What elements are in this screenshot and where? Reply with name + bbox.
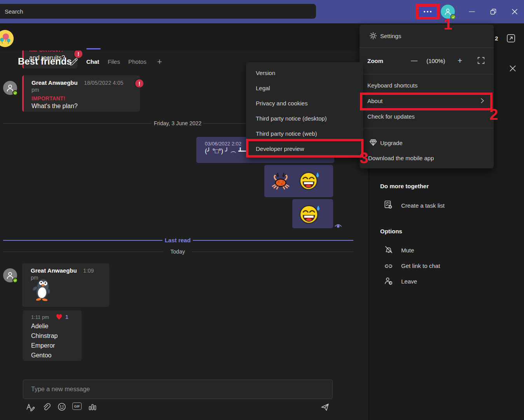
last-read-line: [3, 240, 162, 241]
today-divider: Today: [163, 248, 192, 255]
annotation-box-3: [246, 139, 363, 158]
annotation-box-2: [360, 93, 493, 110]
mute-bell-icon: [384, 245, 393, 254]
more-options-button[interactable]: [419, 7, 437, 17]
annotation-box-1: [416, 4, 440, 19]
sweat-smile-emoji: [299, 169, 320, 191]
gif-icon: GIF: [72, 402, 82, 410]
gear-icon: [369, 32, 377, 40]
close-window-button[interactable]: [508, 5, 522, 19]
menu-item-download-mobile[interactable]: Download the mobile app: [368, 155, 434, 161]
important-flag: IMPORTANT!: [31, 95, 132, 102]
add-tab-button[interactable]: +: [157, 57, 162, 67]
bars-icon: [88, 402, 97, 412]
diamond-icon: [369, 138, 377, 147]
pop-out-chat-icon[interactable]: [506, 33, 516, 43]
leave-label: Leave: [401, 278, 417, 285]
message-sent-emoji: [292, 199, 333, 228]
active-tab-indicator: [86, 48, 101, 49]
presence-available-icon: [12, 90, 18, 96]
send-icon: [320, 402, 330, 412]
zoom-value: (100%): [426, 58, 445, 64]
fullscreen-icon[interactable]: [477, 56, 485, 65]
mute-label: Mute: [401, 247, 414, 254]
last-read-label: Last read: [162, 237, 193, 243]
settings-label: Settings: [380, 33, 401, 39]
zoom-out-button[interactable]: —: [411, 57, 417, 65]
divider: [3, 123, 152, 124]
message-text: What's the plan?: [31, 103, 132, 110]
message-penguin-list: 1:11 pm 1 Adelie Chinstrap Emperor Gento…: [23, 310, 82, 361]
options-heading: Options: [380, 228, 402, 234]
do-more-heading: Do more together: [380, 183, 429, 189]
crab-emoji: [271, 171, 291, 191]
submenu-item-legal[interactable]: Legal: [256, 85, 270, 91]
seen-indicator-icon: [334, 223, 342, 228]
message-author: Great Anwaegbu: [31, 267, 77, 274]
penguin-name: Adelie: [31, 321, 73, 331]
upgrade-label: Upgrade: [380, 140, 403, 146]
emoji-button[interactable]: [58, 402, 66, 411]
format-button[interactable]: [26, 402, 36, 412]
penguin-emoji: [31, 276, 54, 301]
extensions-button[interactable]: [88, 402, 97, 412]
message-author: Great Anwaegbu: [31, 79, 78, 86]
important-flag: IMPORTANT!: [29, 51, 72, 53]
annotation-number-3: 3: [360, 150, 368, 166]
last-read-line: [193, 240, 353, 241]
tab-chat[interactable]: Chat: [86, 58, 99, 65]
attach-button[interactable]: [42, 402, 51, 412]
ellipsis-icon: [424, 11, 425, 12]
group-avatar[interactable]: [0, 30, 14, 47]
message-timestamp: 1:11 pm: [31, 314, 49, 320]
reaction-count: 1: [65, 314, 68, 320]
format-icon: [26, 402, 36, 412]
compose-area: [23, 380, 333, 399]
message-sent-emoji-pair: [264, 165, 333, 197]
menu-divider: [360, 47, 494, 48]
get-link-label: Get link to chat: [401, 262, 440, 269]
leave-person-icon: [384, 276, 393, 286]
message-input[interactable]: [23, 380, 332, 399]
balloons-avatar-icon: [0, 30, 14, 47]
presence-available-icon: [12, 278, 18, 283]
edit-pencil-icon[interactable]: [69, 57, 79, 66]
tab-files[interactable]: Files: [108, 58, 120, 65]
gif-button[interactable]: GIF: [72, 402, 82, 410]
important-badge-icon: !: [134, 79, 144, 88]
task-list-icon: [384, 200, 393, 209]
avatar: [3, 268, 17, 282]
menu-item-check-updates[interactable]: Check for updates: [367, 113, 415, 120]
penguin-name: Chinstrap: [31, 331, 73, 341]
send-button[interactable]: [320, 402, 330, 412]
penguin-name: Emperor: [31, 341, 73, 350]
submenu-item-tpn-desktop[interactable]: Third party notice (desktop): [256, 115, 327, 122]
participant-count[interactable]: 2: [495, 35, 498, 42]
close-panel-icon[interactable]: [509, 65, 517, 72]
teams-window: IMPORTANT! and recruits? ! Great Anwaegb…: [0, 0, 524, 420]
create-task-list-label: Create a task list: [401, 202, 445, 209]
submenu-item-privacy[interactable]: Privacy and cookies: [256, 100, 307, 107]
heart-reaction-icon[interactable]: [55, 313, 63, 320]
date-divider: Friday, 3 June 2022: [152, 120, 203, 126]
menu-divider: [360, 128, 494, 128]
menu-item-keyboard-shortcuts[interactable]: Keyboard shortcuts: [367, 82, 417, 89]
link-icon: [384, 261, 393, 271]
zoom-label: Zoom: [367, 58, 383, 64]
annotation-number-2: 2: [489, 107, 498, 122]
close-icon: [511, 8, 518, 15]
chat-title: Best friends: [18, 56, 72, 67]
tab-photos[interactable]: Photos: [128, 58, 147, 65]
restore-icon: [490, 8, 497, 15]
submenu-item-version[interactable]: Version: [256, 70, 275, 76]
zoom-in-button[interactable]: +: [458, 56, 462, 65]
avatar: [3, 81, 17, 95]
restore-button[interactable]: [486, 5, 500, 19]
search-input[interactable]: [0, 4, 316, 19]
smiley-icon: [58, 402, 66, 411]
message-plan: Great Anwaegbu 18/05/2022 4:05 pm IMPORT…: [22, 75, 140, 112]
minimize-button[interactable]: [465, 5, 479, 19]
sweat-smile-emoji: [299, 202, 321, 225]
divider: [192, 252, 353, 252]
submenu-item-tpn-web[interactable]: Third party notice (web): [256, 130, 317, 137]
